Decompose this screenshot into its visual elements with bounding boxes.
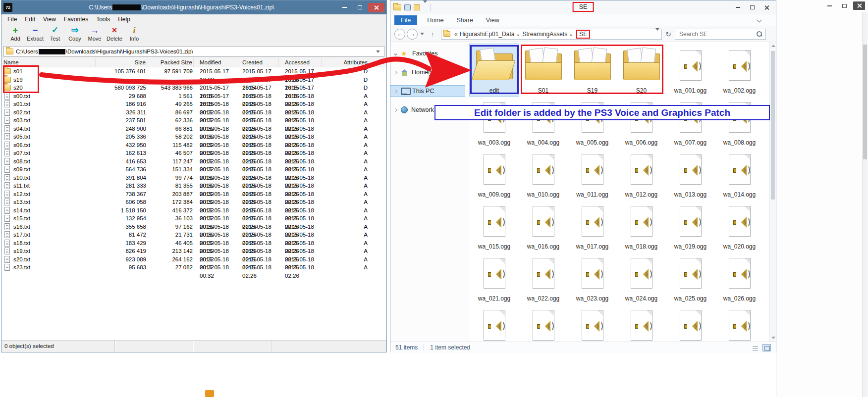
grid-file[interactable] xyxy=(568,304,617,342)
grid-file[interactable] xyxy=(470,304,519,342)
bg-scrollbar[interactable] xyxy=(862,12,868,397)
address-dropdown-icon[interactable] xyxy=(655,31,659,38)
expander-icon[interactable] xyxy=(394,70,397,74)
grid-file-wa_014.ogg[interactable]: wa_014.ogg xyxy=(715,148,764,200)
file-row[interactable]: s12.txt738 367203 8872015-05-18 00:32201… xyxy=(1,190,386,198)
grid-file[interactable] xyxy=(666,304,715,342)
menu-item-edit[interactable]: Edit xyxy=(21,15,39,24)
sidebar-item-homegroup[interactable]: Homegroup xyxy=(390,67,469,78)
grid-file-wa_018.ogg[interactable]: wa_018.ogg xyxy=(617,200,666,252)
file-row[interactable]: s20580 093 725543 383 9662015-05-17 16:1… xyxy=(1,84,386,92)
breadcrumb-item[interactable]: HigurashiEp01_Data xyxy=(460,31,515,38)
file-row[interactable]: s15.txt132 95436 1032015-05-18 00:322015… xyxy=(1,214,386,223)
breadcrumb-item[interactable]: SE xyxy=(576,30,590,39)
bg-minimize-button[interactable] xyxy=(823,1,835,10)
grid-folder-S01[interactable]: S01 xyxy=(519,44,568,96)
tab-share[interactable]: Share xyxy=(457,17,473,24)
bg-close-button[interactable] xyxy=(853,1,865,10)
file-row[interactable]: s17.txt81 47221 7312015-05-18 00:322015-… xyxy=(1,231,386,239)
toolbar-delete-button[interactable]: ×Delete xyxy=(105,25,124,42)
menu-item-favorites[interactable]: Favorites xyxy=(60,15,92,24)
menu-item-help[interactable]: Help xyxy=(114,15,134,24)
grid-file-wa_007.ogg[interactable]: wa_007.ogg xyxy=(666,96,715,148)
toolbar-info-button[interactable]: iInfo xyxy=(124,25,144,42)
bg-scrollbar-thumb[interactable] xyxy=(863,45,867,159)
grid-file-wa_016.ogg[interactable]: wa_016.ogg xyxy=(519,200,568,252)
file-row[interactable]: s14.txt1 518 150416 3722015-05-18 00:322… xyxy=(1,206,386,215)
grid-folder-edit[interactable]: edit xyxy=(470,44,519,96)
column-header-mod[interactable]: Modified xyxy=(194,58,236,67)
tab-file[interactable]: File xyxy=(394,15,417,25)
sidebar-item-network[interactable]: Network xyxy=(390,104,469,115)
grid-file-wa_020.ogg[interactable]: wa_020.ogg xyxy=(715,200,764,252)
column-header-attr[interactable]: Attributes xyxy=(322,58,386,67)
grid-file[interactable] xyxy=(519,304,568,342)
recent-locations-dropdown[interactable] xyxy=(419,33,425,35)
refresh-button[interactable] xyxy=(664,29,673,40)
file-row[interactable]: s13.txt606 058172 3842015-05-18 00:32201… xyxy=(1,198,386,206)
forward-button[interactable] xyxy=(407,29,418,40)
menu-item-file[interactable]: File xyxy=(3,15,21,24)
tab-view[interactable]: View xyxy=(486,17,499,24)
file-row[interactable]: s06.txt432 950115 4822015-05-18 00:32201… xyxy=(1,141,386,149)
up-button[interactable] xyxy=(427,29,438,39)
file-row[interactable]: s08.txt416 653117 2472015-05-18 00:32201… xyxy=(1,157,386,166)
grid-file-wa_006.ogg[interactable]: wa_006.ogg xyxy=(617,96,666,148)
sidebar-item-this-pc[interactable]: This PC xyxy=(390,86,465,97)
file-row[interactable]: s01.txt186 91649 2652015-05-18 00:322015… xyxy=(1,100,386,108)
expander-icon[interactable] xyxy=(394,51,397,55)
file-row[interactable]: s09.txt564 736151 3342015-05-18 00:32201… xyxy=(1,165,386,174)
toolbar-move-button[interactable]: →Move xyxy=(85,25,105,42)
minimize-button[interactable] xyxy=(337,3,352,12)
file-row[interactable]: s19.txt826 419213 1422015-05-18 00:32201… xyxy=(1,247,386,255)
grid-file-wa_011.ogg[interactable]: wa_011.ogg xyxy=(568,148,617,200)
file-row[interactable]: s05.txt205 33658 2022015-05-18 00:322015… xyxy=(1,133,386,141)
close-button[interactable] xyxy=(368,3,384,12)
maximize-button[interactable] xyxy=(746,3,759,12)
column-header-name[interactable]: Name xyxy=(1,58,96,67)
search-input[interactable] xyxy=(678,30,756,38)
file-row[interactable]: s03.txt237 58162 3362015-05-18 00:322015… xyxy=(1,116,386,125)
file-row[interactable]: s192015-05-17 16:142015-05-17 16:15D xyxy=(1,76,386,84)
maximize-button[interactable] xyxy=(353,3,367,12)
address-bar[interactable]: «HigurashiEp01_DataStreamingAssetsSE xyxy=(441,29,662,40)
grid-file-wa_008.ogg[interactable]: wa_008.ogg xyxy=(715,96,764,148)
grid-file-wa_012.ogg[interactable]: wa_012.ogg xyxy=(617,148,666,200)
grid-file-wa_019.ogg[interactable]: wa_019.ogg xyxy=(666,200,715,252)
file-row[interactable]: s11.txt281 33381 3552015-05-18 00:322015… xyxy=(1,182,386,190)
file-row[interactable]: s18.txt183 42946 4052015-05-18 00:322015… xyxy=(1,239,386,248)
grid-file-wa_026.ogg[interactable]: wa_026.ogg xyxy=(715,252,764,304)
grid-file-wa_017.ogg[interactable]: wa_017.ogg xyxy=(568,200,617,252)
close-button[interactable] xyxy=(760,3,773,12)
toolbar-test-button[interactable]: ✓Test xyxy=(45,25,65,42)
breadcrumb-item[interactable]: StreamingAssets xyxy=(522,31,567,38)
grid-file-wa_023.ogg[interactable]: wa_023.ogg xyxy=(568,252,617,304)
column-header-acc[interactable]: Accessed xyxy=(279,58,322,67)
tab-home[interactable]: Home xyxy=(427,17,443,24)
grid-file[interactable] xyxy=(617,304,666,342)
breadcrumb-overflow-icon[interactable]: « xyxy=(454,31,458,38)
grid-file-wa_002.ogg[interactable]: wa_002.ogg xyxy=(715,44,764,96)
explorer-titlebar[interactable]: SE xyxy=(390,0,776,14)
file-row[interactable]: s23.txt95 68327 0822015-05-18 00:322015-… xyxy=(1,263,386,272)
zip-address-bar[interactable]: C:\Users\Downloads\Higurashi\HigurashiPS… xyxy=(3,46,384,57)
search-box[interactable] xyxy=(675,29,766,40)
qat-dropdown-icon[interactable] xyxy=(423,3,427,12)
details-view-button[interactable] xyxy=(751,344,760,351)
file-row[interactable]: s04.txt248 90066 8812015-05-18 00:322015… xyxy=(1,125,386,133)
large-icons-view-button[interactable] xyxy=(762,344,771,351)
menu-item-tools[interactable]: Tools xyxy=(92,15,114,24)
file-row[interactable]: s07.txt162 61346 5072015-05-18 00:322015… xyxy=(1,149,386,157)
qat-newfolder-icon[interactable] xyxy=(414,4,420,10)
back-button[interactable] xyxy=(394,29,405,40)
sevenzip-titlebar[interactable]: 7z C:\Users\Downloads\Higurashi\Higurash… xyxy=(1,0,386,14)
minimize-button[interactable] xyxy=(732,3,744,12)
file-row[interactable]: s00.txt29 6881 5612015-05-17 18:152015-0… xyxy=(1,92,386,100)
search-icon[interactable] xyxy=(756,31,762,37)
grid-folder-S19[interactable]: S19 xyxy=(568,44,617,96)
grid-file-wa_003.ogg[interactable]: wa_003.ogg xyxy=(470,96,519,148)
grid-file-wa_001.ogg[interactable]: wa_001.ogg xyxy=(666,44,715,96)
toolbar-add-button[interactable]: +Add xyxy=(5,25,25,42)
grid-file[interactable] xyxy=(715,304,764,342)
file-row[interactable]: s16.txt355 65897 1622015-05-18 00:322015… xyxy=(1,223,386,231)
